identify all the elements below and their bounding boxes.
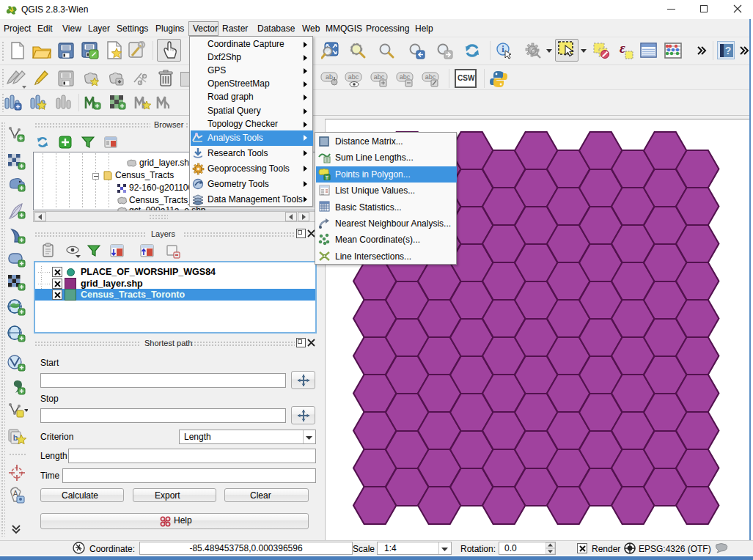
svg-text:?: ? (725, 45, 732, 56)
svg-text:ε: ε (620, 42, 625, 56)
svg-text:ab: ab (326, 73, 333, 81)
svg-text:T: T (326, 175, 329, 180)
svg-text:abc: abc (348, 73, 359, 81)
svg-text:b: b (13, 433, 18, 442)
